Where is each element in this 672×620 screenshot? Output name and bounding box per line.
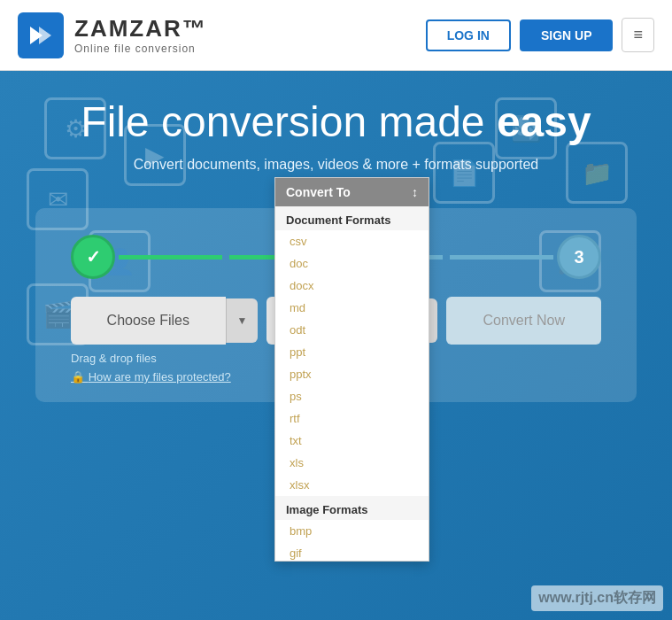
format-gif[interactable]: gif bbox=[275, 542, 429, 561]
choose-files-button[interactable]: Choose Files bbox=[71, 297, 226, 345]
logo-subtitle: Online file conversion bbox=[74, 43, 207, 55]
hero-subtitle: Convert documents, images, videos & more… bbox=[35, 157, 637, 173]
hero-title-bold: easy bbox=[497, 98, 591, 145]
dropdown-scroll-area[interactable]: Document Formats csv doc docx md odt ppt… bbox=[275, 206, 429, 561]
logo-area: ZAMZAR™ Online file conversion bbox=[18, 12, 207, 58]
convert-now-label: Convert Now bbox=[483, 313, 564, 328]
protected-link-label: How are my files protected? bbox=[89, 370, 231, 384]
format-doc[interactable]: doc bbox=[275, 252, 429, 275]
checkmark-icon: ✓ bbox=[86, 246, 101, 267]
step-3-label: 3 bbox=[574, 247, 583, 267]
watermark: www.rjtj.cn软存网 bbox=[531, 585, 663, 611]
format-txt[interactable]: txt bbox=[275, 430, 429, 452]
hero-section: ⚙ ▶ ✉ 👤 🎬 🔄 📁 🎵 📄 File conversion made e… bbox=[0, 71, 672, 620]
format-csv[interactable]: csv bbox=[275, 230, 429, 252]
category-image: Image Formats bbox=[275, 496, 429, 520]
drag-drop-label: Drag & drop files bbox=[71, 352, 157, 365]
format-xls[interactable]: xls bbox=[275, 452, 429, 474]
dropdown-scroll-icon: ↕ bbox=[412, 185, 418, 199]
bg-icon-folder: 📁 bbox=[566, 142, 628, 204]
logo-icon bbox=[18, 12, 64, 58]
choose-files-label: Choose Files bbox=[107, 313, 189, 329]
lock-icon: 🔒 bbox=[71, 370, 85, 384]
logo-text: ZAMZAR™ Online file conversion bbox=[74, 15, 207, 55]
signup-button[interactable]: SIGN UP bbox=[520, 19, 614, 51]
login-button[interactable]: LOG IN bbox=[426, 19, 511, 51]
step-3-circle: 3 bbox=[557, 235, 601, 279]
format-md[interactable]: md bbox=[275, 297, 429, 319]
convert-now-button[interactable]: Convert Now bbox=[446, 297, 601, 345]
header: ZAMZAR™ Online file conversion LOG IN SI… bbox=[0, 0, 672, 71]
choose-arrow-icon: ▼ bbox=[237, 314, 248, 327]
logo-title: ZAMZAR™ bbox=[74, 15, 207, 43]
header-nav: LOG IN SIGN UP ≡ bbox=[426, 18, 654, 52]
hamburger-icon: ≡ bbox=[633, 26, 643, 43]
format-ps[interactable]: ps bbox=[275, 385, 429, 407]
step-line-1 bbox=[119, 255, 222, 260]
dropdown-header-label: Convert To bbox=[286, 185, 351, 199]
dropdown-header: Convert To ↕ bbox=[275, 178, 429, 206]
step-1-circle: ✓ bbox=[71, 235, 115, 279]
format-ppt[interactable]: ppt bbox=[275, 341, 429, 363]
format-rtf[interactable]: rtf bbox=[275, 407, 429, 430]
hero-title: File conversion made easy bbox=[35, 97, 637, 146]
category-document: Document Formats bbox=[275, 206, 429, 230]
menu-button[interactable]: ≡ bbox=[622, 18, 654, 52]
format-pptx[interactable]: pptx bbox=[275, 363, 429, 385]
step-line-4 bbox=[450, 255, 553, 260]
choose-files-dropdown-arrow[interactable]: ▼ bbox=[226, 298, 259, 343]
protected-link[interactable]: 🔒 How are my files protected? bbox=[71, 370, 231, 384]
bg-icon-doc: 📄 bbox=[433, 142, 495, 204]
svg-marker-1 bbox=[39, 27, 51, 44]
format-xlsx[interactable]: xlsx bbox=[275, 474, 429, 496]
format-odt[interactable]: odt bbox=[275, 319, 429, 341]
format-docx[interactable]: docx bbox=[275, 275, 429, 297]
convert-to-dropdown: Convert To ↕ Document Formats csv doc do… bbox=[274, 177, 429, 562]
format-bmp[interactable]: bmp bbox=[275, 520, 429, 542]
